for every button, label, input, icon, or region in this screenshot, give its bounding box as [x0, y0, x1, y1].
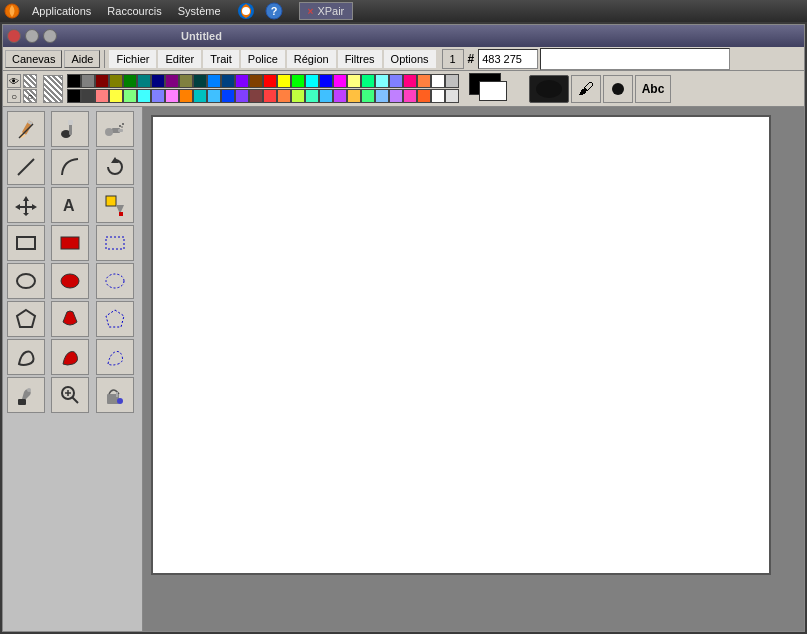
color-swatch[interactable] — [193, 89, 207, 103]
color-swatch[interactable] — [333, 74, 347, 88]
brush-icon[interactable]: 🖌 — [571, 75, 601, 103]
color-swatch[interactable] — [123, 89, 137, 103]
taskbar-window-close-btn[interactable]: × — [308, 6, 314, 17]
color-swatch[interactable] — [235, 89, 249, 103]
color-swatch[interactable] — [277, 89, 291, 103]
brush-oval-shape[interactable] — [529, 75, 569, 103]
brush-tool[interactable] — [51, 111, 89, 147]
eye-icon[interactable]: 👁 — [7, 74, 21, 88]
firefox-icon[interactable] — [237, 2, 255, 20]
color-swatch[interactable] — [137, 89, 151, 103]
color-swatch[interactable] — [221, 74, 235, 88]
color-swatch[interactable] — [207, 74, 221, 88]
color-swatch[interactable] — [277, 74, 291, 88]
pencil-tool[interactable] — [7, 111, 45, 147]
color-swatch[interactable] — [109, 89, 123, 103]
color-swatch[interactable] — [375, 89, 389, 103]
move-tool[interactable] — [7, 187, 45, 223]
title-close-btn[interactable] — [7, 29, 21, 43]
menu-police[interactable]: Police — [241, 50, 285, 68]
color-swatch[interactable] — [207, 89, 221, 103]
color-swatch[interactable] — [389, 74, 403, 88]
polygon-tool[interactable] — [7, 301, 45, 337]
menu-region[interactable]: Région — [287, 50, 336, 68]
color-swatch[interactable] — [151, 74, 165, 88]
line-tool[interactable] — [7, 149, 45, 185]
menu-options[interactable]: Options — [384, 50, 436, 68]
polygon-fill-tool[interactable] — [51, 301, 89, 337]
color-swatch[interactable] — [81, 74, 95, 88]
abc-label[interactable]: Abc — [635, 75, 671, 103]
color-swatch[interactable] — [305, 89, 319, 103]
drawing-canvas[interactable] — [151, 115, 771, 575]
canvas-area[interactable] — [143, 107, 804, 631]
color-swatch[interactable] — [151, 89, 165, 103]
taskbar-window-item[interactable]: × XPair — [299, 2, 354, 20]
color-swatch[interactable] — [235, 74, 249, 88]
freehand-fill-tool[interactable] — [51, 339, 89, 375]
color-swatch[interactable] — [249, 89, 263, 103]
color-swatch[interactable] — [347, 74, 361, 88]
circle-fill-ctrl[interactable]: ○ — [23, 89, 37, 103]
color-swatch[interactable] — [95, 89, 109, 103]
title-min-btn[interactable] — [25, 29, 39, 43]
color-swatch[interactable] — [375, 74, 389, 88]
color-swatch[interactable] — [431, 74, 445, 88]
menu-aide[interactable]: Aide — [64, 50, 100, 68]
color-swatch[interactable] — [319, 74, 333, 88]
color-swatch[interactable] — [193, 74, 207, 88]
color-swatch[interactable] — [179, 89, 193, 103]
color-swatch[interactable] — [165, 89, 179, 103]
color-swatch[interactable] — [109, 74, 123, 88]
freehand-sel-tool[interactable] — [96, 339, 134, 375]
color-swatch[interactable] — [445, 89, 459, 103]
color-swatch[interactable] — [417, 74, 431, 88]
polygon-sel-tool[interactable] — [96, 301, 134, 337]
color-swatch[interactable] — [263, 89, 277, 103]
color-swatch[interactable] — [123, 74, 137, 88]
color-swatch[interactable] — [263, 74, 277, 88]
taskbar-applications[interactable]: Applications — [28, 5, 95, 17]
eyedrop-tool[interactable] — [7, 377, 45, 413]
help-icon[interactable]: ? — [265, 2, 283, 20]
color-swatch[interactable] — [67, 74, 81, 88]
color-swatch[interactable] — [291, 89, 305, 103]
menu-trait[interactable]: Trait — [203, 50, 239, 68]
pattern-ctrl[interactable] — [23, 74, 37, 88]
color-swatch[interactable] — [165, 74, 179, 88]
taskbar-systeme[interactable]: Système — [174, 5, 225, 17]
color-swatch[interactable] — [179, 74, 193, 88]
curve-tool[interactable] — [51, 149, 89, 185]
fill-tool[interactable] — [96, 187, 134, 223]
color-swatch[interactable] — [95, 74, 109, 88]
color-swatch[interactable] — [333, 89, 347, 103]
color-swatch[interactable] — [403, 89, 417, 103]
color-swatch[interactable] — [291, 74, 305, 88]
taskbar-raccourcis[interactable]: Raccourcis — [103, 5, 165, 17]
color-swatch[interactable] — [137, 74, 151, 88]
color-swatch[interactable] — [445, 74, 459, 88]
text-tool[interactable]: A — [51, 187, 89, 223]
ellipse-sel-tool[interactable] — [96, 263, 134, 299]
color-swatch[interactable] — [81, 89, 95, 103]
color-swatch[interactable] — [361, 89, 375, 103]
menu-canevas[interactable]: Canevas — [5, 50, 62, 68]
circle-ctrl[interactable]: ○ — [7, 89, 21, 103]
ellipse-tool[interactable] — [7, 263, 45, 299]
color-swatch[interactable] — [431, 89, 445, 103]
rotate-tool[interactable] — [96, 149, 134, 185]
menu-editer[interactable]: Editer — [158, 50, 201, 68]
menu-filtres[interactable]: Filtres — [338, 50, 382, 68]
rect-fill-tool[interactable] — [51, 225, 89, 261]
color-swatch[interactable] — [417, 89, 431, 103]
color-swatch[interactable] — [389, 89, 403, 103]
color-swatch[interactable] — [403, 74, 417, 88]
airbrush-tool[interactable] — [96, 111, 134, 147]
dot-shape[interactable] — [603, 75, 633, 103]
color-swatch[interactable] — [361, 74, 375, 88]
color-swatch[interactable] — [305, 74, 319, 88]
bucket-tool[interactable] — [96, 377, 134, 413]
rect-tool[interactable] — [7, 225, 45, 261]
freehand-tool[interactable] — [7, 339, 45, 375]
ellipse-fill-tool[interactable] — [51, 263, 89, 299]
